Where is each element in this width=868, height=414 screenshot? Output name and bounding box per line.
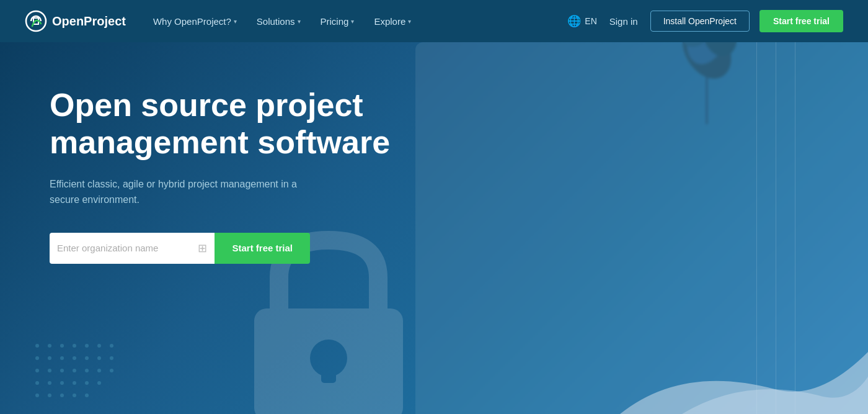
language-selector[interactable]: 🌐 EN	[567, 14, 596, 28]
hero-subtitle: Efficient classic, agile or hybrid proje…	[50, 176, 310, 208]
svg-point-38	[85, 394, 89, 397]
svg-point-26	[97, 369, 101, 372]
chevron-down-icon: ▾	[351, 18, 354, 25]
svg-point-17	[73, 356, 76, 360]
svg-point-23	[60, 369, 64, 372]
chevron-down-icon: ▾	[298, 18, 301, 25]
svg-point-32	[85, 381, 89, 385]
svg-point-28	[35, 381, 39, 385]
nav-explore[interactable]: Explore ▾	[365, 11, 420, 32]
nav-why-openproject[interactable]: Why OpenProject? ▾	[144, 11, 246, 32]
sign-in-link[interactable]: Sign in	[607, 11, 640, 32]
svg-point-10	[73, 344, 76, 348]
svg-point-35	[48, 394, 51, 397]
nav-pricing[interactable]: Pricing ▾	[312, 11, 363, 32]
nav-links: Why OpenProject? ▾ Solutions ▾ Pricing ▾…	[144, 11, 567, 32]
navbar: OpenProject Why OpenProject? ▾ Solutions…	[0, 0, 868, 42]
hero-title: Open source project management software	[50, 87, 397, 161]
org-name-input[interactable]	[57, 233, 193, 264]
svg-point-34	[35, 394, 39, 397]
nav-trial-button[interactable]: Start free trial	[760, 10, 843, 32]
svg-point-13	[110, 344, 113, 348]
input-domain-icon: ⊞	[198, 241, 207, 255]
svg-point-7	[35, 344, 39, 348]
svg-point-22	[48, 369, 51, 372]
svg-point-31	[73, 381, 76, 385]
logo-text: OpenProject	[52, 14, 126, 29]
org-input-wrapper: ⊞	[50, 233, 215, 264]
svg-point-24	[73, 369, 76, 372]
svg-point-33	[97, 381, 101, 385]
svg-point-15	[48, 356, 51, 360]
logo[interactable]: OpenProject	[25, 10, 126, 32]
svg-point-9	[60, 344, 64, 348]
svg-point-12	[97, 344, 101, 348]
logo-icon	[25, 10, 47, 32]
svg-point-19	[97, 356, 101, 360]
svg-point-29	[48, 381, 51, 385]
nav-right-actions: 🌐 EN Sign in Install OpenProject Start f…	[567, 10, 843, 32]
svg-point-16	[60, 356, 64, 360]
globe-icon: 🌐	[567, 14, 581, 28]
svg-point-18	[85, 356, 89, 360]
svg-point-21	[35, 369, 39, 372]
hero-content: Open source project management software …	[50, 87, 397, 264]
white-curve-decoration	[620, 302, 868, 414]
svg-point-20	[110, 356, 113, 360]
svg-point-36	[60, 394, 64, 397]
nav-solutions[interactable]: Solutions ▾	[248, 11, 309, 32]
svg-rect-6	[321, 358, 336, 383]
svg-point-8	[48, 344, 51, 348]
install-button[interactable]: Install OpenProject	[650, 11, 750, 32]
chevron-down-icon: ▾	[408, 18, 411, 25]
svg-point-30	[60, 381, 64, 385]
dots-decoration	[31, 340, 155, 402]
hero-trial-button[interactable]: Start free trial	[215, 233, 310, 264]
svg-point-37	[73, 394, 76, 397]
chevron-down-icon: ▾	[234, 18, 237, 25]
cta-row: ⊞ Start free trial	[50, 233, 310, 264]
svg-point-27	[110, 369, 113, 372]
svg-point-14	[35, 356, 39, 360]
svg-point-25	[85, 369, 89, 372]
svg-point-11	[85, 344, 89, 348]
